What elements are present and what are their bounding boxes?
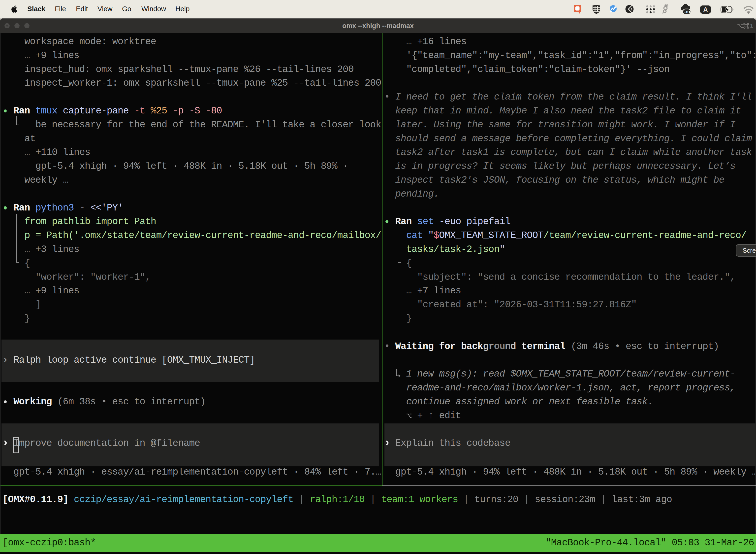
svg-text:A: A	[703, 6, 708, 13]
svg-text:..61: ..61	[684, 10, 691, 14]
svg-text:1: 1	[750, 23, 753, 29]
